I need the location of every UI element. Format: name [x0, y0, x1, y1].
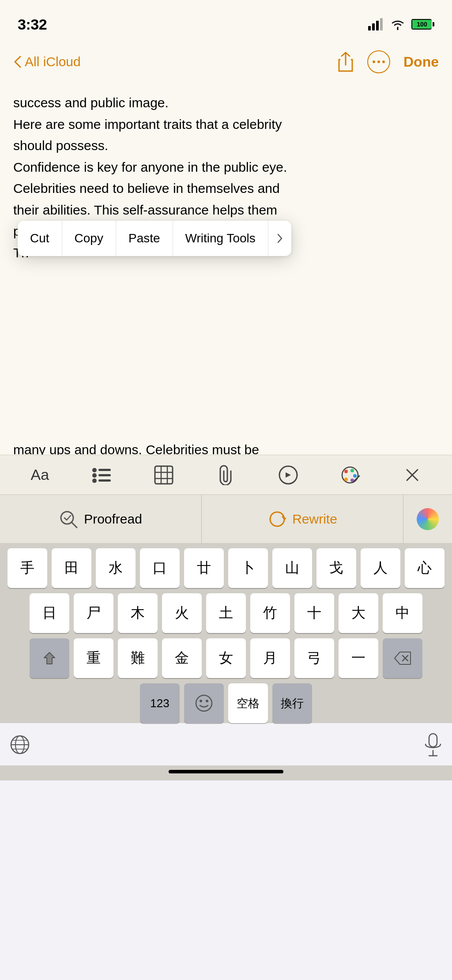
rewrite-button[interactable]: Rewrite	[202, 495, 403, 543]
attachment-button[interactable]	[213, 462, 239, 488]
battery-icon: 100	[411, 19, 434, 30]
return-key[interactable]: 換行	[272, 683, 312, 723]
key-日[interactable]: 日	[30, 593, 69, 633]
copy-button[interactable]: Copy	[62, 221, 116, 256]
key-重[interactable]: 重	[74, 638, 113, 678]
key-竹[interactable]: 竹	[250, 593, 290, 633]
microphone-icon[interactable]	[423, 733, 443, 757]
key-山[interactable]: 山	[272, 548, 312, 588]
table-button[interactable]	[151, 462, 177, 488]
space-key[interactable]: 空格	[228, 683, 268, 723]
svg-rect-40	[429, 734, 437, 747]
svg-rect-12	[98, 479, 111, 482]
key-十[interactable]: 十	[294, 593, 334, 633]
svg-point-33	[200, 700, 202, 702]
key-卜[interactable]: 卜	[228, 548, 268, 588]
svg-point-22	[353, 474, 357, 478]
key-土[interactable]: 土	[206, 593, 246, 633]
paste-button[interactable]: Paste	[116, 221, 173, 256]
close-button[interactable]	[399, 462, 426, 488]
key-戈[interactable]: 戈	[316, 548, 356, 588]
key-一[interactable]: 一	[339, 638, 378, 678]
svg-point-7	[92, 468, 97, 472]
context-menu: Cut Copy Paste Writing Tools	[18, 221, 291, 256]
signal-icon	[368, 18, 384, 30]
keyboard: 手 田 水 口 廿 卜 山 戈 人 心 日 尸 木 火 土 竹 十 大 中 重 …	[0, 543, 452, 723]
pencil-button[interactable]	[275, 462, 301, 488]
svg-rect-3	[380, 18, 383, 30]
nav-actions: Done	[337, 50, 439, 73]
apple-intelligence-icon	[417, 508, 439, 530]
status-bar: 3:32 100	[0, 0, 452, 40]
svg-rect-0	[368, 26, 371, 30]
emoji-key[interactable]	[184, 683, 224, 723]
svg-rect-8	[98, 469, 111, 471]
key-尸[interactable]: 尸	[74, 593, 113, 633]
numbers-key[interactable]: 123	[140, 683, 180, 723]
formatting-toolbar: Aa	[0, 455, 452, 494]
proofread-button[interactable]: Proofread	[0, 495, 202, 543]
key-火[interactable]: 火	[162, 593, 202, 633]
palette-button[interactable]	[337, 462, 363, 488]
key-中[interactable]: 中	[383, 593, 422, 633]
delete-key[interactable]	[383, 638, 422, 678]
note-line-3: should possess.	[13, 136, 439, 156]
chevron-left-icon	[13, 55, 22, 69]
list-button[interactable]	[89, 462, 115, 488]
svg-point-34	[206, 700, 208, 702]
key-手[interactable]: 手	[8, 548, 47, 588]
note-line-4: Confidence is key for anyone in the publ…	[13, 157, 439, 178]
note-content: success and public image. Here are some …	[0, 84, 452, 455]
done-button[interactable]: Done	[403, 54, 439, 70]
key-田[interactable]: 田	[52, 548, 91, 588]
more-button[interactable]	[367, 50, 390, 73]
paperclip-icon	[218, 465, 234, 485]
svg-point-9	[92, 473, 97, 478]
svg-point-21	[350, 469, 354, 472]
note-line-1: success and public image.	[13, 93, 439, 113]
globe-icon[interactable]	[9, 734, 31, 756]
note-line-9: many ups and downs. Celebrities must be	[13, 440, 439, 455]
note-line-6: their abilities. This self-assurance hel…	[13, 200, 439, 221]
svg-point-32	[196, 695, 212, 711]
apple-intelligence-button[interactable]	[403, 495, 452, 543]
list-icon	[92, 467, 112, 483]
home-indicator	[169, 770, 283, 773]
key-心[interactable]: 心	[405, 548, 444, 588]
font-button[interactable]: Aa	[26, 462, 53, 488]
key-木[interactable]: 木	[118, 593, 158, 633]
svg-point-11	[92, 479, 97, 483]
cut-button[interactable]: Cut	[18, 221, 62, 256]
note-text-continued: many ups and downs. Celebrities must be …	[13, 440, 439, 455]
key-弓[interactable]: 弓	[294, 638, 334, 678]
key-女[interactable]: 女	[206, 638, 246, 678]
svg-line-29	[72, 522, 77, 528]
key-廿[interactable]: 廿	[184, 548, 224, 588]
more-arrow[interactable]	[268, 221, 291, 256]
writing-tools-button[interactable]: Writing Tools	[173, 221, 268, 256]
key-大[interactable]: 大	[339, 593, 378, 633]
key-人[interactable]: 人	[361, 548, 400, 588]
back-button[interactable]: All iCloud	[13, 54, 81, 69]
rewrite-icon	[267, 510, 286, 528]
pencil-icon	[279, 465, 298, 485]
share-icon[interactable]	[337, 52, 354, 72]
key-shift[interactable]	[30, 638, 69, 678]
key-月[interactable]: 月	[250, 638, 290, 678]
svg-point-24	[344, 478, 348, 481]
key-水[interactable]: 水	[96, 548, 136, 588]
status-time: 3:32	[18, 16, 47, 33]
svg-point-20	[344, 470, 348, 473]
ellipsis-icon	[373, 60, 385, 63]
rewrite-label: Rewrite	[292, 512, 337, 527]
keyboard-row-2: 日 尸 木 火 土 竹 十 大 中	[3, 593, 449, 633]
svg-rect-10	[98, 474, 111, 476]
home-indicator-bar	[0, 765, 452, 780]
key-金[interactable]: 金	[162, 638, 202, 678]
key-難[interactable]: 難	[118, 638, 158, 678]
proofread-label: Proofread	[84, 512, 142, 527]
close-icon	[405, 468, 419, 482]
key-口[interactable]: 口	[140, 548, 180, 588]
wifi-icon	[390, 19, 405, 30]
svg-point-6	[382, 60, 385, 63]
